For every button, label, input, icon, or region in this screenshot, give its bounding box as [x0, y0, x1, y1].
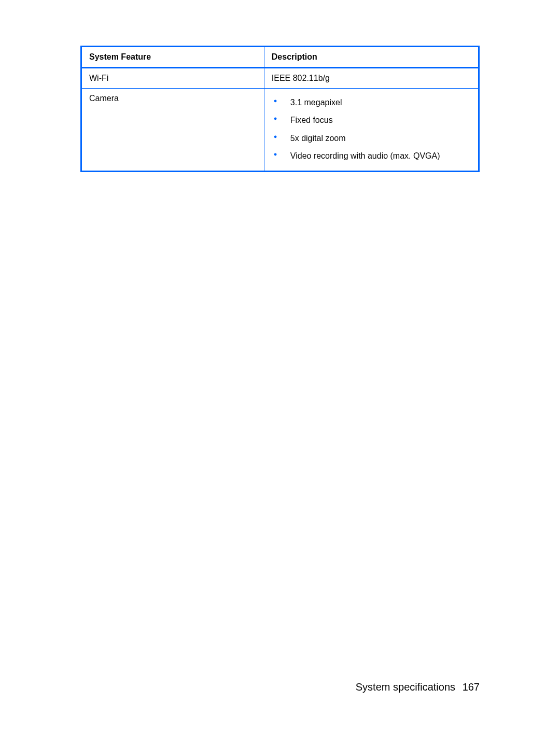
page-footer: System specifications 167: [356, 681, 480, 693]
header-system-feature: System Feature: [81, 47, 264, 68]
table-header-row: System Feature Description: [81, 47, 479, 68]
table-row: Wi-Fi IEEE 802.11b/g: [81, 68, 479, 89]
document-page: System Feature Description Wi-Fi IEEE 80…: [0, 0, 560, 172]
camera-features-list: 3.1 megapixel Fixed focus 5x digital zoo…: [272, 94, 471, 165]
footer-page-number: 167: [463, 681, 480, 693]
list-item: 3.1 megapixel: [272, 94, 471, 111]
list-item: 5x digital zoom: [272, 130, 471, 147]
table-row: Camera 3.1 megapixel Fixed focus 5x digi…: [81, 89, 479, 172]
header-description: Description: [264, 47, 479, 68]
cell-description: IEEE 802.11b/g: [264, 68, 479, 89]
footer-section-title: System specifications: [356, 681, 455, 693]
list-item: Fixed focus: [272, 111, 471, 129]
cell-description: 3.1 megapixel Fixed focus 5x digital zoo…: [264, 89, 479, 172]
cell-feature: Camera: [81, 89, 264, 172]
specifications-table: System Feature Description Wi-Fi IEEE 80…: [80, 46, 480, 172]
cell-feature: Wi-Fi: [81, 68, 264, 89]
list-item: Video recording with audio (max. QVGA): [272, 147, 471, 165]
